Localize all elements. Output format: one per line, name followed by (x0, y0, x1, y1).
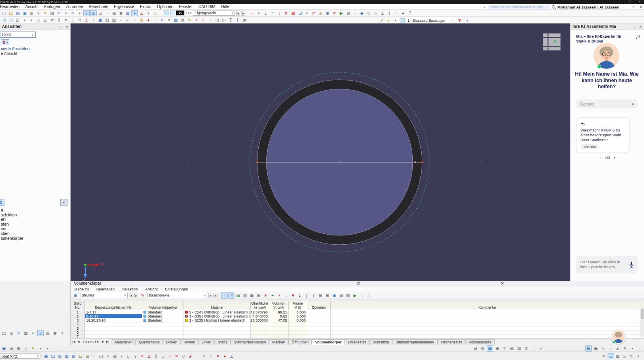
row-number-cell[interactable]: 6 (71, 330, 85, 334)
angle-snap-icon[interactable]: ∠ (83, 17, 90, 23)
menu-item[interactable]: CAD-BIM (196, 4, 218, 9)
sync-icon[interactable]: ⇅ (628, 353, 635, 359)
rotate-view-icon[interactable]: ↻ (159, 17, 165, 23)
calculate-icon[interactable]: ▶ (338, 10, 344, 16)
snap-settings-icon[interactable]: ⊠ (112, 353, 118, 359)
clip-plane-icon[interactable]: ∥ (386, 10, 393, 16)
object-snap-icon[interactable]: ∴ (393, 10, 399, 16)
table-tab[interactable]: Flächensätze (437, 339, 466, 345)
save-icon[interactable]: ▣ (21, 10, 28, 16)
table-view2-icon[interactable]: ▤ (338, 292, 344, 299)
table-view1-icon[interactable]: ▣ (331, 292, 338, 299)
menu-item[interactable]: Extras (137, 4, 154, 9)
table-menu-item[interactable]: Bearbeiten (93, 287, 118, 291)
undo-icon[interactable]: ↶ (56, 10, 62, 16)
track-angle-icon[interactable]: ∠ (228, 353, 235, 359)
column-header-faces[interactable]: Begrenzungsflächen Nr. (85, 301, 142, 310)
dock-angle-icon[interactable]: ∠ (614, 345, 621, 352)
type-cell[interactable] (142, 330, 184, 334)
table-tab[interactable]: Liniensätze (345, 339, 370, 345)
smooth-icon[interactable]: ≈ (63, 17, 69, 23)
type-cell[interactable] (142, 335, 184, 338)
row-number-cell[interactable]: 7 (71, 335, 85, 338)
options-cell[interactable] (307, 326, 331, 330)
snap-perp-icon[interactable]: ⊥ (160, 353, 166, 359)
grid-gold-icon[interactable]: ⊞ (138, 17, 145, 23)
viewcube-corner-cell[interactable] (543, 47, 548, 51)
points-icon[interactable]: ∴ (131, 17, 138, 23)
select-solids-icon[interactable]: ▧ (70, 353, 77, 359)
comment-cell[interactable] (331, 326, 644, 330)
dock2-dot-icon[interactable]: ▪ (44, 345, 51, 352)
right-node[interactable] (421, 161, 423, 163)
select-special-icon[interactable]: ▫ (118, 17, 124, 23)
dimension-icon[interactable]: ◇ (152, 10, 158, 16)
column-header-mass[interactable]: Masse M [t] (289, 301, 307, 310)
work-plane-icon[interactable]: ◫ (98, 353, 104, 359)
microphone-icon[interactable] (629, 262, 634, 268)
result-split-icon[interactable]: ◫ (501, 345, 508, 352)
comment-cell[interactable] (331, 330, 644, 334)
snap-line-icon[interactable]: ∨ (132, 353, 139, 359)
redo-icon[interactable]: ↻ (70, 10, 76, 16)
row-number-cell[interactable]: 3 (71, 318, 85, 322)
dock-small-icon[interactable]: ▪ (629, 345, 636, 352)
selection-list-item[interactable]: n (1, 208, 23, 213)
material-cell[interactable] (184, 335, 251, 338)
options-cell[interactable] (307, 318, 331, 322)
comment-cell[interactable] (331, 314, 644, 318)
select-all-icon[interactable]: ▣ (97, 17, 103, 23)
volume-cell[interactable] (269, 335, 289, 338)
area-cell[interactable]: 242.570796 (251, 310, 269, 314)
dock1-list-icon[interactable]: ≣ (52, 330, 58, 336)
table-row[interactable]: 5 (71, 326, 644, 330)
mass-cell[interactable] (289, 322, 307, 326)
result-caret-icon[interactable]: ▾ (538, 345, 544, 352)
table-tab[interactable]: Öffnungen (289, 339, 312, 345)
card-prev-button[interactable]: ‹ (600, 155, 601, 160)
material-cell[interactable]: 2 - S235 | Isotrop | Linear elastisch (184, 318, 251, 322)
coordinate-system-icon[interactable]: ∠ (379, 10, 386, 16)
material-cell[interactable]: 5 - C24 | Orthotrop | Linear elastisch (… (184, 310, 251, 314)
structure-next-button[interactable]: ▶ (134, 293, 138, 298)
row-number-cell[interactable]: 4 (71, 322, 85, 326)
table-row[interactable]: 4 (71, 322, 644, 326)
result-table-icon[interactable]: ▤ (472, 345, 479, 352)
reference-point-right[interactable] (481, 161, 482, 163)
keyword-search-input[interactable] (488, 5, 549, 9)
dock1-caret-icon[interactable]: ▾ (59, 330, 65, 336)
table-close-button[interactable]: ✕ (501, 281, 641, 286)
shaded-view-icon[interactable]: ◐ (28, 17, 35, 23)
jump-to-icon[interactable]: → (283, 292, 289, 299)
volume-cell[interactable] (269, 326, 289, 330)
selection-list-item[interactable]: ien (1, 227, 23, 231)
comment-cell[interactable] (331, 310, 644, 314)
collapse-table-icon[interactable]: ⊞ (324, 292, 331, 299)
selection-list-item[interactable]: chen (1, 231, 23, 236)
window-minimize-button[interactable]: — (618, 0, 621, 3)
nodal-load-icon[interactable]: ↓ (276, 10, 283, 16)
select-line-icon[interactable]: ▥ (111, 17, 117, 23)
filter-table-icon[interactable]: ▼ (290, 292, 296, 299)
up-tool-icon[interactable]: ↑ (207, 17, 213, 23)
category-next-button[interactable]: ▶ (213, 293, 217, 298)
select-nodes-icon[interactable]: ▣ (43, 353, 49, 359)
app-restore-button[interactable]: □ (633, 5, 635, 9)
undo-caret-icon[interactable]: ▾ (63, 10, 69, 16)
area-cell[interactable] (251, 326, 269, 330)
dock2-save-icon[interactable]: ▣ (1, 345, 7, 352)
last-table-button[interactable]: ▶| (106, 340, 109, 343)
dock-grid-icon[interactable]: ⊞ (585, 345, 592, 352)
load-case-next-button[interactable]: ▶ (241, 11, 245, 16)
column-header-volume[interactable]: Volumen V [cm³] (269, 301, 289, 310)
tables-toggle-icon[interactable]: ◫ (83, 10, 90, 16)
chat-input[interactable]: Hier können Sie alles in Ihrer Sprache f… (576, 256, 638, 273)
select-surfaces-icon[interactable]: ▦ (63, 353, 70, 359)
numbering-icon[interactable]: ≣ (324, 10, 331, 16)
volume-cell[interactable] (269, 322, 289, 326)
panel-close-button[interactable]: ✕ (65, 25, 68, 29)
reference-point-left[interactable] (188, 161, 189, 163)
table-scrollbar[interactable] (640, 308, 644, 337)
select-lines-icon[interactable]: ▤ (50, 353, 56, 359)
line-load-icon[interactable]: ⇅ (283, 10, 289, 16)
